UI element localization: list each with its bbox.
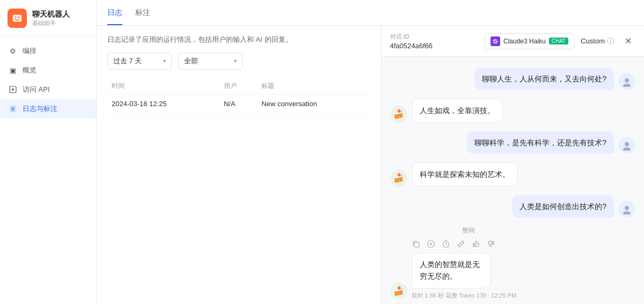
- app-logo: [8, 9, 27, 28]
- message-bubble-4: 科学就是探索未知的艺术。: [412, 162, 518, 186]
- row-title: New conversation: [257, 94, 370, 113]
- api-icon: [9, 85, 17, 94]
- model-badge: Claude3 Haiku CHAT: [485, 33, 574, 49]
- col-user: 用户: [219, 78, 257, 94]
- app-info: 聊天机器人 基础助手: [32, 10, 70, 27]
- sidebar-item-api[interactable]: 访问 API: [0, 80, 96, 99]
- thumb-up-button[interactable]: [472, 240, 480, 248]
- svg-rect-0: [13, 15, 22, 22]
- annotation-label: 赞同: [462, 226, 475, 235]
- timer-icon: [442, 240, 450, 248]
- thumb-down-button[interactable]: [487, 240, 495, 248]
- doc-icon: [9, 105, 17, 113]
- message-row-user-2: 聊聊科学，是先有科学，还是先有技术?: [390, 131, 636, 154]
- sidebar-item-logs[interactable]: 日志与标注: [0, 99, 96, 118]
- sidebar-item-schedule[interactable]: ⚙ 编排: [0, 41, 96, 61]
- log-description: 日志记录了应用的运行情况，包括用户的输入和 AI 的回复。: [107, 34, 370, 45]
- user-avatar-2: [618, 137, 635, 154]
- tabs-bar: 日志 标注: [97, 0, 644, 26]
- log-table: 时间 用户 标题 2024-03-18 12:25 N/A New conver…: [107, 78, 370, 114]
- svg-marker-14: [430, 242, 433, 245]
- svg-point-11: [623, 211, 631, 214]
- sidebar-item-logs-label: 日志与标注: [23, 104, 57, 114]
- message-with-meta: 赞同: [412, 226, 525, 300]
- sidebar-item-overview-label: 概览: [23, 65, 36, 75]
- arrow-down-icon: ▾: [163, 58, 166, 64]
- table-row[interactable]: 2024-03-18 12:25 N/A New conversation: [107, 94, 370, 113]
- message-bubble-3: 聊聊科学，是先有科学，还是先有技术?: [467, 131, 614, 154]
- filters: 过去 7 天 ▾ 全部 ▾: [107, 53, 370, 70]
- message-row-bot-2: 🍰 科学就是探索未知的艺术。: [390, 162, 636, 186]
- custom-label: Custom ⓘ: [581, 36, 614, 46]
- bot-avatar-3: 🍰: [390, 283, 407, 300]
- message-row-user-1: 聊聊人生，人从何而来，又去向何处?: [390, 68, 636, 90]
- copy-button[interactable]: [412, 240, 420, 248]
- message-bubble-6: 人类的智慧就是无穷无尽的。: [412, 253, 491, 288]
- filter-time-select[interactable]: 过去 7 天 ▾: [107, 53, 172, 70]
- message-meta: 耗时 1.86 秒 花费 Token 139 · 12:25 PM: [412, 292, 525, 300]
- sidebar-nav: ⚙ 编排 ▣ 概览 访问 API 日志与标注: [0, 36, 96, 304]
- message-row-bot-1: 🍰 人生如戏，全靠演技。: [390, 99, 636, 122]
- chat-panel: 对话 ID 4fa0524a6f66 Claude3 Haiku CHAT Cu…: [382, 26, 645, 304]
- model-name: Claude3 Haiku: [503, 38, 546, 45]
- conv-id-label: 对话 ID: [390, 33, 433, 41]
- model-icon: [491, 36, 500, 46]
- model-type-badge: CHAT: [549, 38, 568, 45]
- close-button[interactable]: ✕: [620, 34, 635, 49]
- filter-type-select[interactable]: 全部 ▾: [178, 53, 243, 70]
- app-subtitle: 基础助手: [32, 19, 70, 27]
- sidebar-item-overview[interactable]: ▣ 概览: [0, 61, 96, 80]
- sidebar: 聊天机器人 基础助手 ⚙ 编排 ▣ 概览 访问 API 日志与标注: [0, 0, 97, 304]
- grid-icon: ▣: [9, 66, 17, 75]
- bot-avatar-2: 🍰: [390, 169, 407, 187]
- filter-type-value: 全部: [184, 56, 198, 66]
- col-time: 时间: [107, 78, 219, 94]
- svg-point-6: [625, 78, 629, 83]
- chat-messages: 聊聊人生，人从何而来，又去向何处? 🍰 人生如戏，全靠演技。 聊聊科学，是先有科…: [382, 57, 645, 304]
- svg-rect-12: [414, 242, 419, 247]
- bot-avatar-1: 🍰: [390, 106, 407, 123]
- conv-id-value: 4fa0524a6f66: [390, 42, 433, 50]
- row-user: N/A: [219, 94, 257, 113]
- app-name: 聊天机器人: [32, 10, 70, 19]
- tab-logs[interactable]: 日志: [107, 1, 122, 25]
- message-row-user-3: 人类是如何创造出技术的?: [390, 195, 636, 218]
- log-panel: 日志记录了应用的运行情况，包括用户的输入和 AI 的回复。 过去 7 天 ▾ 全…: [97, 26, 382, 304]
- sidebar-item-api-label: 访问 API: [23, 85, 50, 94]
- tab-annotations[interactable]: 标注: [135, 1, 150, 25]
- svg-point-1: [15, 17, 17, 18]
- edit-button[interactable]: [457, 240, 465, 248]
- message-bubble-5: 人类是如何创造出技术的?: [512, 195, 614, 218]
- layout-body: 日志记录了应用的运行情况，包括用户的输入和 AI 的回复。 过去 7 天 ▾ 全…: [97, 26, 644, 304]
- svg-point-2: [18, 17, 19, 18]
- row-time: 2024-03-18 12:25: [107, 94, 219, 113]
- filter-time-value: 过去 7 天: [113, 56, 142, 66]
- sidebar-item-schedule-label: 编排: [23, 46, 36, 56]
- chat-header: 对话 ID 4fa0524a6f66 Claude3 Haiku CHAT Cu…: [382, 26, 645, 57]
- gear-icon: ⚙: [9, 47, 17, 55]
- main-content: 日志 标注 日志记录了应用的运行情况，包括用户的输入和 AI 的回复。 过去 7…: [97, 0, 644, 304]
- user-avatar-3: [618, 201, 635, 218]
- info-icon: ⓘ: [607, 36, 614, 46]
- svg-point-9: [623, 147, 631, 151]
- col-title: 标题: [257, 78, 370, 94]
- message-row-bot-3: 🍰 赞同: [390, 226, 636, 300]
- svg-point-7: [623, 84, 631, 87]
- sidebar-header: 聊天机器人 基础助手: [0, 0, 96, 36]
- conversation-id-section: 对话 ID 4fa0524a6f66: [390, 33, 433, 50]
- play-button[interactable]: [427, 240, 435, 248]
- message-bubble-1: 聊聊人生，人从何而来，又去向何处?: [474, 68, 614, 90]
- svg-point-10: [625, 206, 629, 210]
- action-toolbar: [412, 238, 525, 250]
- arrow-down-icon-2: ▾: [234, 58, 237, 64]
- svg-point-8: [625, 142, 629, 146]
- message-bubble-2: 人生如戏，全靠演技。: [412, 99, 503, 122]
- user-avatar-1: [618, 73, 635, 90]
